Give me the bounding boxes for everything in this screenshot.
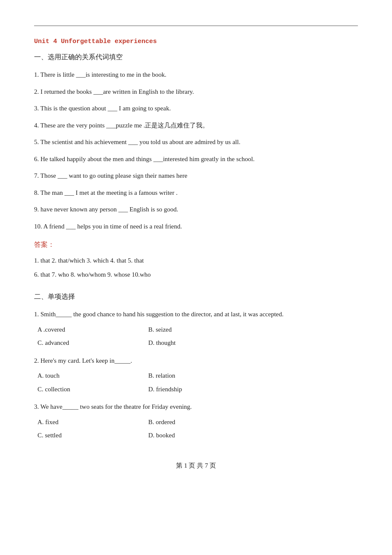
mc-option-1a: A .covered <box>37 324 148 335</box>
section2-title: 二、单项选择 <box>34 292 358 301</box>
question-1: 1. There is little ___is interesting to … <box>34 69 358 81</box>
mc-option-1d: D. thought <box>148 338 259 349</box>
mc-option-row-2a: A. touch B. relation <box>37 370 358 382</box>
mc-option-2b: B. relation <box>148 370 259 382</box>
answer-row-1: 1. that 2. that/which 3. which 4. that 5… <box>34 254 358 267</box>
section1-title: 一、选用正确的关系代词填空 <box>34 53 358 62</box>
question-7: 7. Those ___ want to go outing please si… <box>34 171 358 182</box>
question-8: 8. The man ___ I met at the meeting is a… <box>34 188 358 199</box>
question-9: 9. have never known any person ___ Engli… <box>34 204 358 215</box>
question-10: 10. A friend ___ helps you in time of ne… <box>34 221 358 232</box>
mc-option-3d: D. booked <box>148 430 259 441</box>
top-divider <box>34 26 358 26</box>
mc-options-3: A. fixed B. ordered C. settled D. booked <box>37 417 358 441</box>
page-footer: 第 1 页 共 7 页 <box>34 462 358 470</box>
mc-option-2c: C. collection <box>37 384 148 395</box>
answers-label: 答案： <box>34 240 358 249</box>
mc-option-row-1a: A .covered B. seized <box>37 324 358 335</box>
mc-question-2: 2. Here's my card. Let's keep in_____. <box>34 356 358 367</box>
answer-row-2: 6. that 7. who 8. who/whom 9. whose 10.w… <box>34 269 358 281</box>
mc-option-row-2b: C. collection D. friendship <box>37 384 358 395</box>
mc-question-1: 1. Smith_____ the good chance to hand hi… <box>34 309 358 320</box>
mc-option-3b: B. ordered <box>148 417 259 428</box>
mc-options-2: A. touch B. relation C. collection D. fr… <box>37 370 358 395</box>
question-3: 3. This is the question about ___ I am g… <box>34 103 358 114</box>
mc-option-row-3b: C. settled D. booked <box>37 430 358 441</box>
question-4: 4. These are the very points ___puzzle m… <box>34 120 358 131</box>
mc-option-3a: A. fixed <box>37 417 148 428</box>
mc-option-3c: C. settled <box>37 430 148 441</box>
mc-option-2d: D. friendship <box>148 384 259 395</box>
mc-option-row-3a: A. fixed B. ordered <box>37 417 358 428</box>
question-6: 6. He talked happily about the men and t… <box>34 154 358 165</box>
unit-title: Unit 4 Unforgettable experiences <box>34 38 358 45</box>
mc-option-2a: A. touch <box>37 370 148 382</box>
question-5: 5. The scientist and his achievement ___… <box>34 137 358 148</box>
mc-options-1: A .covered B. seized C. advanced D. thou… <box>37 324 358 349</box>
mc-option-row-1b: C. advanced D. thought <box>37 338 358 349</box>
mc-question-3: 3. We have_____ two seats for the theatr… <box>34 402 358 413</box>
question-2: 2. I returned the books ___are written i… <box>34 87 358 98</box>
mc-option-1c: C. advanced <box>37 338 148 349</box>
mc-option-1b: B. seized <box>148 324 259 335</box>
